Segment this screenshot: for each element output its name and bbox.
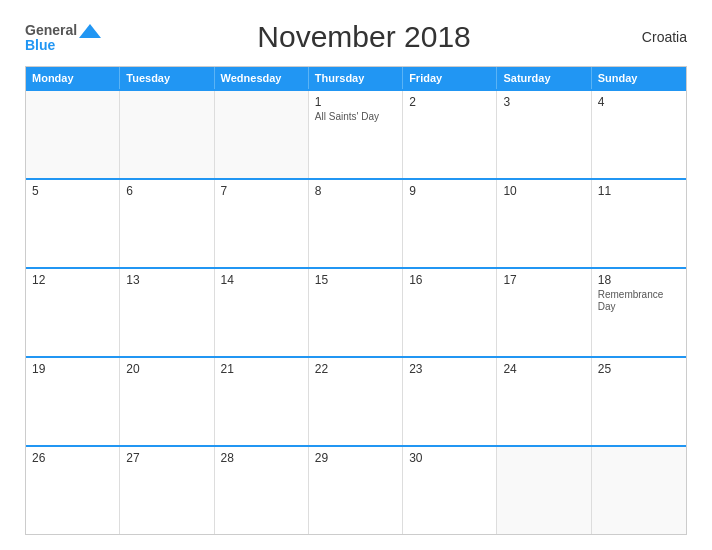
col-monday: Monday — [26, 67, 120, 89]
table-row: 25 — [592, 358, 686, 445]
table-row: 8 — [309, 180, 403, 267]
logo-general-text: General — [25, 23, 77, 37]
table-row: 20 — [120, 358, 214, 445]
month-title: November 2018 — [101, 20, 627, 54]
table-row: 18 Remembrance Day — [592, 269, 686, 356]
table-row: 22 — [309, 358, 403, 445]
table-row: 28 — [215, 447, 309, 534]
table-row: 7 — [215, 180, 309, 267]
table-row: 4 — [592, 91, 686, 178]
col-friday: Friday — [403, 67, 497, 89]
table-row: 6 — [120, 180, 214, 267]
table-row: 26 — [26, 447, 120, 534]
calendar: Monday Tuesday Wednesday Thursday Friday… — [25, 66, 687, 535]
header: General Blue November 2018 Croatia — [25, 20, 687, 54]
table-row: 5 — [26, 180, 120, 267]
table-row — [592, 447, 686, 534]
table-row — [497, 447, 591, 534]
calendar-body: 1 All Saints' Day 2 3 4 5 6 7 8 9 — [26, 89, 686, 534]
col-tuesday: Tuesday — [120, 67, 214, 89]
table-row: 15 — [309, 269, 403, 356]
country-label: Croatia — [627, 29, 687, 45]
table-row — [215, 91, 309, 178]
table-row: 11 — [592, 180, 686, 267]
calendar-header-row: Monday Tuesday Wednesday Thursday Friday… — [26, 67, 686, 89]
table-row: 24 — [497, 358, 591, 445]
table-row: 17 — [497, 269, 591, 356]
week-5: 26 27 28 29 30 — [26, 445, 686, 534]
table-row — [26, 91, 120, 178]
table-row: 12 — [26, 269, 120, 356]
table-row: 29 — [309, 447, 403, 534]
col-saturday: Saturday — [497, 67, 591, 89]
table-row: 13 — [120, 269, 214, 356]
table-row: 21 — [215, 358, 309, 445]
week-2: 5 6 7 8 9 10 11 — [26, 178, 686, 267]
table-row: 27 — [120, 447, 214, 534]
week-3: 12 13 14 15 16 17 18 Remembrance Day — [26, 267, 686, 356]
table-row: 16 — [403, 269, 497, 356]
table-row: 1 All Saints' Day — [309, 91, 403, 178]
week-4: 19 20 21 22 23 24 25 — [26, 356, 686, 445]
table-row: 23 — [403, 358, 497, 445]
col-thursday: Thursday — [309, 67, 403, 89]
table-row: 3 — [497, 91, 591, 178]
col-sunday: Sunday — [592, 67, 686, 89]
table-row: 2 — [403, 91, 497, 178]
table-row — [120, 91, 214, 178]
page: General Blue November 2018 Croatia Monda… — [0, 0, 712, 550]
table-row: 30 — [403, 447, 497, 534]
table-row: 10 — [497, 180, 591, 267]
table-row: 9 — [403, 180, 497, 267]
logo-flag-icon — [79, 22, 101, 38]
table-row: 19 — [26, 358, 120, 445]
col-wednesday: Wednesday — [215, 67, 309, 89]
table-row: 14 — [215, 269, 309, 356]
logo: General Blue — [25, 22, 101, 52]
week-1: 1 All Saints' Day 2 3 4 — [26, 89, 686, 178]
logo-blue-text: Blue — [25, 38, 55, 52]
